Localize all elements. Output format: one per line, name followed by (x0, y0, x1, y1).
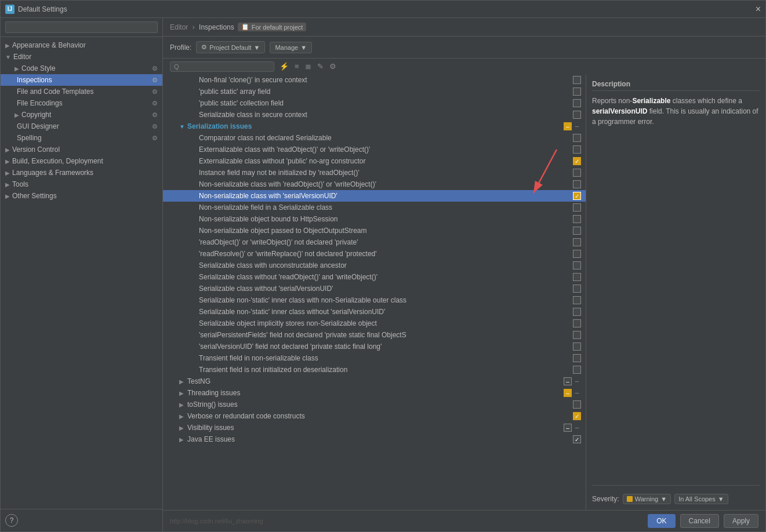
check-box-checked[interactable] (573, 435, 581, 443)
list-item[interactable]: Non-serializable object passed to Object… (163, 225, 586, 236)
sidebar-item-file-code-templates[interactable]: File and Code Templates ⚙ (1, 86, 162, 97)
ok-button[interactable]: OK (648, 514, 675, 528)
list-item[interactable]: Transient field in non-serializable clas… (163, 352, 586, 364)
list-item[interactable]: 'serialPersistentFields' field not decla… (163, 329, 586, 341)
sidebar-item-appearance[interactable]: ▶ Appearance & Behavior (1, 39, 162, 51)
check-box-orange-checked[interactable] (573, 157, 581, 165)
filter-icon-expand-all[interactable]: ≡ (293, 61, 301, 72)
list-item-testng[interactable]: ▶ TestNG – (163, 376, 586, 387)
check-box-minus[interactable] (564, 377, 572, 385)
sidebar-item-label: Inspections (17, 76, 150, 84)
list-item[interactable]: Serializable object implicitly stores no… (163, 318, 586, 329)
check-box[interactable] (573, 76, 581, 84)
list-item[interactable]: Serializable class with unconstructable … (163, 260, 586, 271)
sidebar-item-gui-designer[interactable]: GUI Designer ⚙ (1, 121, 162, 132)
list-item[interactable]: Externalizable class with 'readObject()'… (163, 144, 586, 155)
list-item[interactable]: Non-serializable object bound to HttpSes… (163, 213, 586, 225)
sidebar-item-build-execution[interactable]: ▶ Build, Execution, Deployment (1, 155, 162, 167)
check-box[interactable] (573, 319, 581, 327)
item-text: 'serialVersionUID' field not declared 'p… (199, 342, 571, 351)
check-box[interactable] (573, 308, 581, 316)
close-button[interactable]: × (756, 5, 761, 14)
check-box[interactable] (573, 88, 581, 96)
list-item-tostring[interactable]: ▶ toString() issues (163, 399, 586, 410)
check-box-orange-checked[interactable] (573, 192, 581, 200)
sidebar-item-file-encodings[interactable]: File Encodings ⚙ (1, 97, 162, 109)
help-button[interactable]: ? (5, 514, 18, 527)
list-item[interactable]: 'readResolve()' or 'writeReplace()' not … (163, 248, 586, 260)
severity-label: Severity: (592, 495, 619, 503)
check-box[interactable] (573, 215, 581, 223)
list-item-serialization-issues[interactable]: ▼ Serialization issues – (163, 121, 586, 132)
check-box[interactable] (573, 342, 581, 351)
severity-dropdown[interactable]: Warning ▼ (623, 494, 671, 504)
list-item[interactable]: Serializable class without 'serialVersio… (163, 283, 586, 294)
list-item[interactable]: Externalizable class without 'public' no… (163, 155, 586, 167)
list-item-selected[interactable]: Non-serializable class with 'serialVersi… (163, 190, 586, 202)
check-box[interactable] (573, 203, 581, 212)
sidebar-item-languages-frameworks[interactable]: ▶ Languages & Frameworks (1, 167, 162, 178)
list-item[interactable]: 'readObject()' or 'writeObject()' not de… (163, 236, 586, 248)
list-item[interactable]: 'public static' collection field (163, 97, 586, 109)
list-item[interactable]: Serializable non-'static' inner class wi… (163, 294, 586, 306)
cancel-button[interactable]: Cancel (680, 514, 719, 528)
sidebar-item-spelling[interactable]: Spelling ⚙ (1, 132, 162, 144)
sidebar-item-version-control[interactable]: ▶ Version Control (1, 144, 162, 155)
sidebar-search-input[interactable] (5, 21, 158, 33)
list-item[interactable]: Transient field is not initialized on de… (163, 364, 586, 376)
check-box[interactable] (573, 250, 581, 258)
list-item[interactable]: Non-serializable field in a Serializable… (163, 202, 586, 213)
apply-button[interactable]: Apply (724, 514, 758, 528)
list-item[interactable]: Non-final 'clone()' in secure context (163, 74, 586, 86)
check-box[interactable] (573, 111, 581, 119)
check-box-orange[interactable] (564, 122, 572, 130)
list-item[interactable]: Comparator class not declared Serializab… (163, 132, 586, 144)
filter-search-input[interactable] (181, 63, 263, 70)
list-item-java-ee[interactable]: ▶ Java EE issues (163, 433, 586, 445)
list-item[interactable]: Serializable class without 'readObject()… (163, 271, 586, 283)
check-box-orange-checked[interactable] (573, 412, 581, 420)
filter-icon-funnel[interactable]: ⚡ (278, 61, 291, 72)
scope-dropdown[interactable]: In All Scopes ▼ (674, 494, 728, 504)
list-item[interactable]: 'public static' array field (163, 86, 586, 97)
check-box[interactable] (573, 134, 581, 142)
filter-icon-edit[interactable]: ✎ (315, 61, 325, 72)
profile-dropdown[interactable]: ⚙ Project Default ▼ (196, 41, 265, 53)
check-box[interactable] (573, 227, 581, 235)
check-box[interactable] (573, 169, 581, 177)
sidebar-item-copyright[interactable]: ▶ Copyright ⚙ (1, 109, 162, 121)
item-text: 'readResolve()' or 'writeReplace()' not … (199, 250, 571, 258)
filter-icon-collapse-all[interactable]: ≣ (303, 61, 313, 72)
check-box[interactable] (573, 99, 581, 107)
check-box[interactable] (573, 285, 581, 293)
check-box[interactable] (573, 331, 581, 339)
sidebar-item-other-settings[interactable]: ▶ Other Settings (1, 190, 162, 202)
sidebar-item-code-style[interactable]: ▶ Code Style ⚙ (1, 63, 162, 74)
list-item-threading[interactable]: ▶ Threading issues – (163, 387, 586, 399)
sidebar-item-editor[interactable]: ▼ Editor (1, 51, 162, 63)
manage-button[interactable]: Manage ▼ (270, 42, 312, 53)
check-box-orange-minus[interactable] (564, 389, 572, 397)
check-box[interactable] (573, 261, 581, 269)
check-box[interactable] (573, 400, 581, 409)
item-text: Non-serializable object passed to Object… (199, 227, 571, 235)
list-item[interactable]: Serializable class in secure context (163, 109, 586, 121)
check-box-minus[interactable] (564, 424, 572, 432)
sidebar-item-tools[interactable]: ▶ Tools (1, 178, 162, 190)
check-box[interactable] (573, 238, 581, 246)
check-box[interactable] (573, 296, 581, 304)
check-box[interactable] (573, 354, 581, 362)
list-item[interactable]: Non-serializable class with 'readObject(… (163, 178, 586, 190)
list-item-verbose[interactable]: ▶ Verbose or redundant code constructs (163, 410, 586, 422)
check-box[interactable] (573, 273, 581, 281)
profile-label: Profile: (170, 43, 191, 52)
check-box[interactable] (573, 180, 581, 188)
list-item-visibility[interactable]: ▶ Visibility issues – (163, 422, 586, 433)
list-item[interactable]: 'serialVersionUID' field not declared 'p… (163, 341, 586, 352)
check-box[interactable] (573, 366, 581, 374)
filter-icon-settings[interactable]: ⚙ (328, 61, 338, 72)
check-box[interactable] (573, 145, 581, 154)
list-item[interactable]: Instance field may not be initialized by… (163, 167, 586, 178)
sidebar-item-inspections[interactable]: Inspections ⚙ (1, 74, 162, 86)
list-item[interactable]: Serializable non-'static' inner class wi… (163, 306, 586, 318)
